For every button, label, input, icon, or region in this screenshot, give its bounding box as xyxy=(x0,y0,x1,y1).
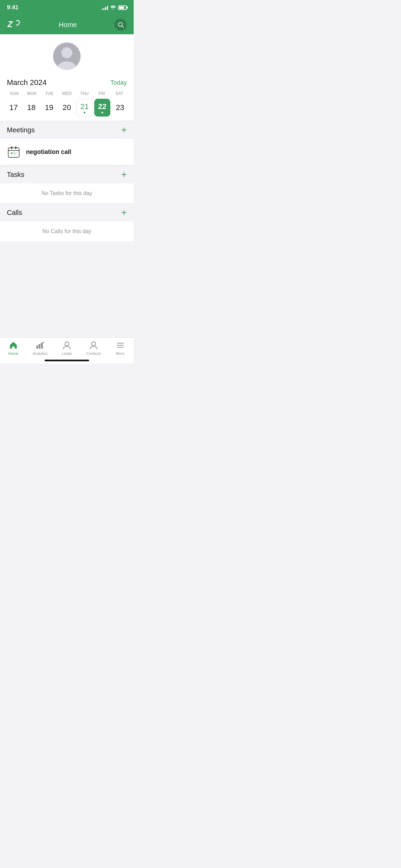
tab-contacts[interactable]: Contacts xyxy=(83,340,104,355)
search-icon xyxy=(117,21,124,28)
add-meeting-button[interactable]: + xyxy=(121,125,127,135)
calendar-section: March 2024 Today SUN MON TUE WED THU FRI… xyxy=(0,75,134,121)
tab-more[interactable]: More xyxy=(110,340,131,355)
svg-point-10 xyxy=(11,152,13,154)
day-header-sat: SAT xyxy=(111,91,128,96)
page-title: Home xyxy=(59,21,77,29)
date-17[interactable]: 17 xyxy=(5,99,22,117)
tab-contacts-label: Contacts xyxy=(86,351,101,355)
nav-bar: Z Home xyxy=(0,15,134,34)
meeting-item[interactable]: negotiation call xyxy=(0,139,134,165)
svg-point-19 xyxy=(92,342,96,346)
day-header-sun: SUN xyxy=(5,91,23,96)
date-23[interactable]: 23 xyxy=(112,99,128,117)
tasks-title: Tasks xyxy=(7,171,24,179)
tasks-empty-state: No Tasks for this day xyxy=(0,183,134,203)
status-bar: 9:41 xyxy=(0,0,134,15)
home-indicator xyxy=(0,357,134,363)
tab-more-label: More xyxy=(116,351,124,355)
date-19[interactable]: 19 xyxy=(41,99,57,117)
avatar xyxy=(53,43,81,70)
svg-rect-12 xyxy=(13,154,16,155)
meeting-icon xyxy=(7,145,21,159)
svg-point-18 xyxy=(65,342,67,345)
date-20[interactable]: 20 xyxy=(59,99,75,117)
status-icons xyxy=(102,5,127,11)
gray-fill-area xyxy=(0,241,134,337)
calls-section-header: Calls + xyxy=(0,203,134,221)
home-bar xyxy=(45,360,89,361)
day-header-thu: THU xyxy=(76,91,93,96)
calls-title: Calls xyxy=(7,209,22,217)
avatar-section xyxy=(0,34,134,75)
tab-analytics[interactable]: Analytics xyxy=(30,340,50,355)
svg-text:Z: Z xyxy=(7,20,13,29)
tab-analytics-label: Analytics xyxy=(33,351,48,355)
day-header-mon: MON xyxy=(23,91,40,96)
battery-icon xyxy=(118,5,127,10)
tab-leads[interactable]: Leads xyxy=(57,340,77,355)
date-22-selected[interactable]: 22 xyxy=(94,99,111,117)
leads-icon xyxy=(62,340,72,350)
tab-leads-label: Leads xyxy=(62,351,72,355)
day-header-wed: WED xyxy=(58,91,75,96)
meetings-section-header: Meetings + xyxy=(0,121,134,139)
more-icon xyxy=(116,340,125,350)
svg-line-2 xyxy=(122,26,124,28)
day-header-fri: FRI xyxy=(93,91,111,96)
tab-bar: Home Analytics Leads xyxy=(0,337,134,357)
add-call-button[interactable]: + xyxy=(121,208,127,217)
app-logo: Z xyxy=(7,18,21,32)
svg-point-4 xyxy=(61,47,72,58)
avatar-icon xyxy=(53,43,81,70)
tab-home-label: Home xyxy=(8,351,18,355)
tasks-section-header: Tasks + xyxy=(0,165,134,183)
today-dot xyxy=(84,112,85,113)
selected-dot xyxy=(101,112,103,113)
svg-rect-8 xyxy=(11,146,12,149)
today-button[interactable]: Today xyxy=(110,79,127,86)
calendar-header: March 2024 Today xyxy=(5,75,128,91)
calendar-dates: 17 18 19 20 21 22 23 xyxy=(5,99,128,117)
svg-rect-11 xyxy=(13,153,17,153)
search-button[interactable] xyxy=(114,19,127,31)
day-header-tue: TUE xyxy=(40,91,58,96)
contacts-icon xyxy=(89,340,98,350)
wifi-icon xyxy=(110,5,116,11)
svg-rect-9 xyxy=(15,146,16,149)
status-time: 9:41 xyxy=(7,4,19,11)
calendar-month: March 2024 xyxy=(7,78,47,87)
add-task-button[interactable]: + xyxy=(121,170,127,179)
svg-point-16 xyxy=(42,342,44,343)
tab-home[interactable]: Home xyxy=(3,340,24,355)
signal-icon xyxy=(102,5,108,10)
date-18[interactable]: 18 xyxy=(23,99,40,117)
analytics-icon xyxy=(35,340,45,350)
calendar-days-header: SUN MON TUE WED THU FRI SAT xyxy=(5,91,128,96)
meeting-name: negotiation call xyxy=(26,148,71,156)
date-21-today[interactable]: 21 xyxy=(76,99,93,117)
calls-empty-state: No Calls for this day xyxy=(0,221,134,241)
meetings-title: Meetings xyxy=(7,126,35,134)
home-icon xyxy=(9,340,18,350)
